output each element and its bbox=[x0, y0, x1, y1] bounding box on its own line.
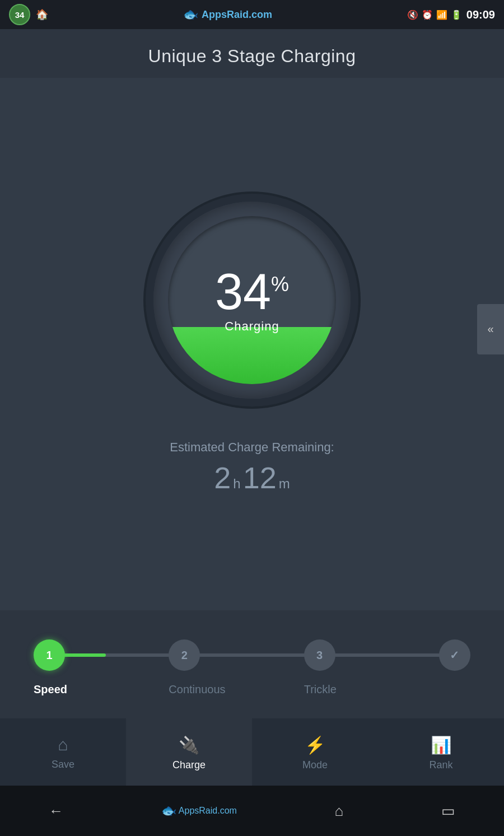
nav-mode[interactable]: ⚡ Mode bbox=[252, 718, 378, 786]
circle-outer: 34 % Charging bbox=[146, 194, 358, 407]
home-button[interactable]: ⌂ bbox=[334, 802, 343, 820]
stage-1-label: Speed bbox=[34, 683, 65, 696]
save-label: Save bbox=[52, 759, 74, 770]
battery-badge: 34 bbox=[9, 4, 30, 25]
estimate-section: Estimated Charge Remaining: 2 h 12 m bbox=[170, 440, 334, 495]
mute-icon: 🔇 bbox=[407, 10, 418, 20]
status-bar: 34 🏠 🐟 AppsRaid.com 🔇 ⏰ 📶 🔋 09:09 bbox=[0, 0, 504, 29]
status-left: 34 🏠 bbox=[9, 4, 48, 25]
circle-text: 34 % Charging bbox=[215, 267, 289, 334]
logo-text: AppsRaid.com bbox=[202, 9, 272, 21]
main-content: Unique 3 Stage Charging « 34 % Charging bbox=[0, 29, 504, 718]
stage-2-point[interactable]: 2 bbox=[169, 639, 200, 671]
rank-label: Rank bbox=[429, 759, 452, 771]
percentage-number: 34 bbox=[215, 267, 271, 317]
collapse-button[interactable]: « bbox=[477, 304, 504, 354]
percentage-symbol: % bbox=[271, 274, 289, 295]
recent-button[interactable]: ▭ bbox=[441, 802, 455, 820]
status-icons: 🔇 ⏰ 📶 🔋 bbox=[407, 10, 462, 20]
stage-1-point[interactable]: 1 bbox=[34, 639, 65, 671]
slider-labels: Speed Continuous Trickle bbox=[34, 683, 470, 696]
percentage-row: 34 % bbox=[215, 267, 289, 317]
alarm-icon: ⏰ bbox=[422, 10, 433, 20]
mode-icon: ⚡ bbox=[305, 735, 325, 755]
android-nav: ← 🐟 AppsRaid.com ⌂ ▭ bbox=[0, 786, 504, 836]
fish-icon: 🐟 bbox=[183, 7, 198, 22]
slider-points: 1 2 3 ✓ bbox=[34, 639, 470, 671]
circle-container: 34 % Charging bbox=[146, 194, 358, 407]
charge-area: « 34 % Charging Estimated Charg bbox=[0, 78, 504, 610]
wifi-icon: 📶 bbox=[436, 10, 447, 20]
home-icon: ⌂ bbox=[58, 735, 68, 754]
circle-inner: 34 % Charging bbox=[168, 216, 336, 384]
logo-text-bottom: AppsRaid.com bbox=[179, 806, 237, 816]
charging-label: Charging bbox=[225, 319, 279, 334]
minutes-number: 12 bbox=[243, 460, 277, 495]
android-logo-bottom: 🐟 AppsRaid.com bbox=[161, 804, 237, 818]
circle-fill bbox=[168, 327, 336, 384]
page-title: Unique 3 Stage Charging bbox=[11, 46, 493, 67]
rank-icon: 📊 bbox=[431, 735, 451, 755]
nav-rank[interactable]: 📊 Rank bbox=[378, 718, 504, 786]
page-title-bar: Unique 3 Stage Charging bbox=[0, 29, 504, 78]
stage-2-label: Continuous bbox=[169, 683, 200, 696]
bottom-nav: ⌂ Save 🔌 Charge ⚡ Mode 📊 Rank bbox=[0, 718, 504, 786]
stage-check-label bbox=[439, 683, 470, 696]
status-center: 🐟 AppsRaid.com bbox=[183, 7, 272, 22]
status-right: 🔇 ⏰ 📶 🔋 09:09 bbox=[407, 8, 495, 21]
charge-label: Charge bbox=[172, 759, 206, 771]
stage-3-point[interactable]: 3 bbox=[304, 639, 335, 671]
nav-charge[interactable]: 🔌 Charge bbox=[126, 718, 252, 786]
fish-icon-bottom: 🐟 bbox=[161, 804, 176, 818]
charge-icon: 🔌 bbox=[179, 735, 199, 755]
back-button[interactable]: ← bbox=[49, 802, 63, 820]
status-time: 09:09 bbox=[466, 8, 495, 21]
chevron-left-icon: « bbox=[487, 323, 493, 335]
stage-section: 1 2 3 ✓ Speed Continuous Trickle bbox=[0, 610, 504, 718]
stage-check-point[interactable]: ✓ bbox=[439, 639, 470, 671]
estimate-title: Estimated Charge Remaining: bbox=[170, 440, 334, 455]
hours-unit: h bbox=[233, 476, 240, 492]
estimate-time: 2 h 12 m bbox=[170, 460, 334, 495]
appsraid-logo: 🐟 AppsRaid.com bbox=[183, 7, 272, 22]
mode-label: Mode bbox=[302, 759, 328, 771]
battery-icon: 🔋 bbox=[451, 10, 462, 20]
nav-save[interactable]: ⌂ Save bbox=[0, 718, 126, 786]
minutes-unit: m bbox=[279, 476, 290, 492]
slider-track-container: 1 2 3 ✓ bbox=[34, 638, 470, 672]
stage-3-label: Trickle bbox=[304, 683, 335, 696]
hours-number: 2 bbox=[214, 460, 231, 495]
home-status-icon: 🏠 bbox=[36, 8, 48, 21]
